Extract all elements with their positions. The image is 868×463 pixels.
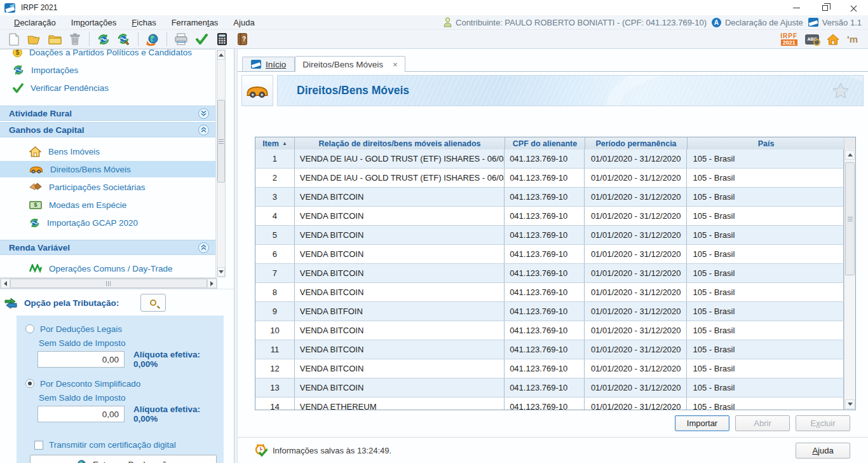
cell-item: 10 <box>255 321 295 340</box>
radio-icon[interactable] <box>25 324 34 333</box>
sidebar-item-verificar-pendencias[interactable]: Verificar Pendências <box>0 79 215 96</box>
home-icon[interactable] <box>827 34 839 45</box>
importar-button[interactable]: Importar <box>675 415 729 431</box>
column-header-relacao[interactable]: Relação de direitos/bens móveis alienado… <box>295 137 505 149</box>
entregar-declaracao-button[interactable]: Entregar Declaração <box>30 455 217 463</box>
help-button[interactable]: ? <box>233 31 251 48</box>
open-declaration-button[interactable] <box>25 31 43 48</box>
table-vertical-scrollbar[interactable] <box>844 149 855 410</box>
column-header-cpf[interactable]: CPF do alienante <box>505 137 585 149</box>
status-bar: Informações salvas às 13:24:49. Ajuda <box>238 438 868 463</box>
transmit-button[interactable] <box>144 31 161 48</box>
toolbar: ? IRPF 2021 ABC 'm <box>0 30 868 49</box>
column-header-periodo[interactable]: Período permanência <box>585 137 688 149</box>
close-button[interactable] <box>839 0 868 15</box>
table-row[interactable]: 11 VENDA BITCOIN 041.123.769-10 01/01/20… <box>255 340 844 359</box>
table-row[interactable]: 10 VENDA BITCOIN 041.123.769-10 01/01/20… <box>255 321 844 340</box>
abc-search-icon[interactable]: ABC <box>805 34 819 45</box>
scroll-up-button[interactable] <box>845 150 855 160</box>
section-atividade-rural[interactable]: Atividade Rural <box>0 106 215 121</box>
excluir-button[interactable]: Excluir <box>796 415 850 431</box>
sidebar-item-participacoes-societarias[interactable]: Participações Societárias <box>0 179 215 195</box>
sidebar-item-importacoes[interactable]: Importações <box>0 62 215 78</box>
section-renda-variavel[interactable]: Renda Variável <box>0 240 215 255</box>
scroll-up-button[interactable] <box>217 50 225 60</box>
table-row[interactable]: 8 VENDA BITCOIN 041.123.769-10 01/01/202… <box>255 283 844 302</box>
new-declaration-button[interactable] <box>5 31 23 48</box>
table-row[interactable]: 6 VENDA BITCOIN 041.123.769-10 01/01/202… <box>255 245 844 264</box>
favorite-star-icon[interactable] <box>832 83 849 99</box>
menu-fichas[interactable]: Fichas <box>124 18 163 27</box>
column-header-item[interactable]: Item▲ <box>255 137 295 149</box>
backup-button[interactable] <box>95 31 112 48</box>
certificacao-checkbox-row[interactable]: Transmitir com certificação digital <box>34 440 224 450</box>
menu-declaracao[interactable]: Declaração <box>6 18 64 27</box>
tab-inicio[interactable]: Início <box>242 57 295 71</box>
close-tab-icon[interactable]: × <box>393 60 398 69</box>
cell-periodo: 01/01/2020 - 31/12/2020 <box>585 283 687 301</box>
sidebar-item-operacoes-comuns-daytrade[interactable]: Operações Comuns / Day-Trade <box>0 260 215 277</box>
scroll-down-button[interactable] <box>845 399 855 409</box>
table-row[interactable]: 5 VENDA BITCOIN 041.123.769-10 01/01/202… <box>255 226 844 245</box>
collapse-section-button[interactable] <box>198 125 209 135</box>
cell-relacao: VENDA ETHEREUM <box>295 397 505 410</box>
radio-desconto-simplificado[interactable]: Por Desconto Simplificado <box>25 377 224 390</box>
table-row[interactable]: 14 VENDA ETHEREUM 041.123.769-10 01/01/2… <box>255 397 844 410</box>
module-icon[interactable]: 'm <box>847 34 858 45</box>
expand-section-button[interactable] <box>198 108 209 119</box>
cell-relacao: VENDA BITCOIN <box>295 226 505 244</box>
cell-periodo: 01/01/2020 - 31/12/2020 <box>585 149 687 168</box>
cell-pais: 105 - Brasil <box>687 397 844 410</box>
radio-deducoes-legais[interactable]: Por Deduções Legais <box>25 322 224 335</box>
scrollbar-thumb[interactable] <box>217 100 225 183</box>
tree-vertical-scrollbar[interactable] <box>217 50 226 277</box>
calculator-button[interactable] <box>213 31 231 48</box>
table-row[interactable]: 9 VENDA BITFOIN 041.123.769-10 01/01/202… <box>255 302 844 321</box>
scrollbar-thumb[interactable] <box>10 279 207 288</box>
tributacao-search-button[interactable] <box>140 294 166 312</box>
tree-horizontal-scrollbar[interactable] <box>0 278 217 289</box>
section-ganhos-de-capital[interactable]: Ganhos de Capital <box>0 122 215 137</box>
table-row[interactable]: 12 VENDA BITCOIN 041.123.769-10 01/01/20… <box>255 359 844 378</box>
sidebar-item-doacoes-partidos[interactable]: $ Doações a Partidos Políticos e Candida… <box>0 49 215 60</box>
delete-declaration-button[interactable] <box>66 31 84 48</box>
maximize-button[interactable] <box>811 0 839 15</box>
cell-item: 9 <box>255 302 295 321</box>
radio-selected-icon[interactable] <box>25 379 34 388</box>
scroll-down-button[interactable] <box>217 267 225 277</box>
scrollbar-thumb[interactable] <box>845 162 855 275</box>
print-button[interactable] <box>172 31 190 48</box>
saldo-simplificado-input[interactable] <box>37 406 125 422</box>
column-header-pais[interactable]: País <box>688 137 845 149</box>
chevron-double-down-icon <box>201 110 207 116</box>
table-row[interactable]: 3 VENDA BITCOIN 041.123.769-10 01/01/202… <box>255 188 844 207</box>
tab-direitos-bens-moveis[interactable]: Direitos/Bens Móveis × <box>295 56 405 72</box>
saldo-deducoes-input[interactable] <box>37 351 125 368</box>
table-row[interactable]: 13 VENDA BITCOIN 041.123.769-10 01/01/20… <box>255 378 844 397</box>
collapse-section-button[interactable] <box>198 242 209 253</box>
ajuda-button[interactable]: Ajuda <box>796 443 850 459</box>
menu-ajuda[interactable]: Ajuda <box>226 18 262 27</box>
checkbox-icon[interactable] <box>34 441 43 450</box>
table-row[interactable]: 2 VENDA DE IAU - GOLD TRUST (ETF) ISHARE… <box>255 169 844 188</box>
abrir-button[interactable]: Abrir <box>735 415 790 431</box>
scroll-left-button[interactable] <box>1 279 10 288</box>
menu-importacoes[interactable]: Importações <box>64 18 125 27</box>
sidebar-item-importacao-gcap[interactable]: Importação GCAP 2020 <box>0 214 215 231</box>
cell-relacao: VENDA BITCOIN <box>295 283 505 301</box>
sidebar-item-direitos-bens-moveis[interactable]: Direitos/Bens Móveis <box>0 161 215 177</box>
title-bar: IRPF 2021 <box>0 0 868 15</box>
scroll-right-button[interactable] <box>207 279 217 288</box>
sidebar-item-moedas-em-especie[interactable]: $ Moedas em Espécie <box>0 197 215 213</box>
restore-button[interactable] <box>115 31 133 48</box>
sidebar-item-bens-imoveis[interactable]: Bens Imóveis <box>0 143 215 160</box>
table-row[interactable]: 1 VENDA DE IAU - GOLD TRUST (ETF) ISHARE… <box>255 149 844 169</box>
verify-button[interactable] <box>193 31 210 48</box>
cell-pais: 105 - Brasil <box>687 359 844 378</box>
menu-ferramentas[interactable]: Ferramentas <box>164 18 226 27</box>
folder-button[interactable] <box>46 31 64 48</box>
table-row[interactable]: 7 VENDA BITCOIN 041.123.769-10 01/01/202… <box>255 264 844 283</box>
minimize-button[interactable] <box>782 0 811 15</box>
sem-saldo-label: Sem Saldo de Imposto <box>39 393 224 403</box>
table-row[interactable]: 4 VENDA BITCOIN 041.123.769-10 01/01/202… <box>255 207 844 226</box>
